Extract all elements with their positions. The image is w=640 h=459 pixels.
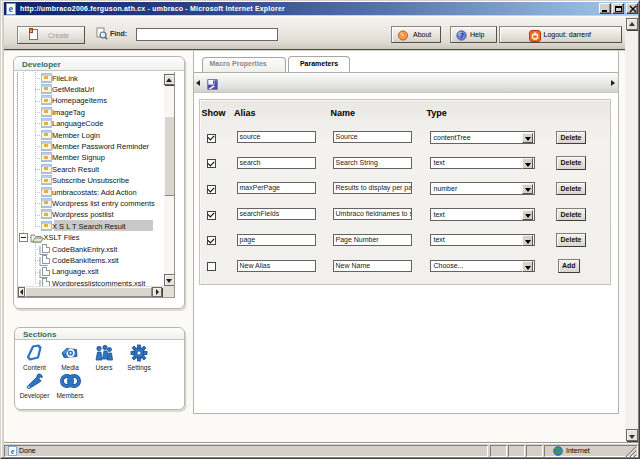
svg-text:e: e [10,447,14,456]
svg-text:e: e [9,3,14,14]
svg-text:?: ? [459,31,464,40]
